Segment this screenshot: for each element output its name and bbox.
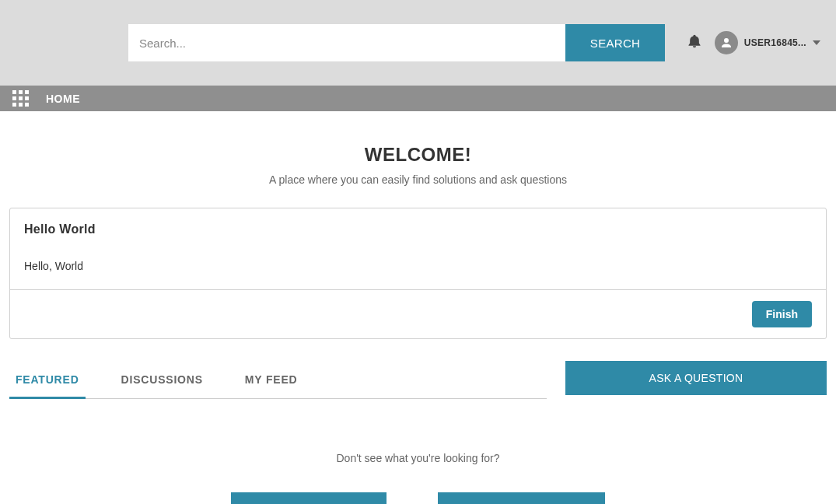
apps-grid-icon[interactable] — [12, 90, 29, 107]
nav-home[interactable]: HOME — [46, 93, 80, 105]
tabs: FEATURED DISCUSSIONS MY FEED — [9, 361, 547, 399]
username-label: USER16845... — [744, 37, 806, 48]
main-content: WELCOME! A place where you can easily fi… — [0, 111, 836, 504]
ask-question-button-side[interactable]: ASK A QUESTION — [565, 361, 827, 395]
page-title: WELCOME! — [9, 144, 827, 166]
avatar — [715, 31, 738, 54]
card-body: Hello World Hello, World — [10, 208, 826, 289]
bottom-buttons: ASK A QUESTION CONTACT SUPPORT — [9, 492, 827, 504]
card-title: Hello World — [24, 222, 812, 236]
header-right: USER16845... — [687, 31, 820, 54]
sidebar-actions: ASK A QUESTION — [565, 361, 827, 395]
ask-question-button[interactable]: ASK A QUESTION — [231, 492, 387, 504]
search-input[interactable] — [128, 24, 565, 61]
chevron-down-icon — [813, 40, 820, 45]
search-bar: SEARCH — [128, 24, 665, 61]
user-menu[interactable]: USER16845... — [715, 31, 820, 54]
tabs-row: FEATURED DISCUSSIONS MY FEED ASK A QUEST… — [9, 361, 827, 399]
welcome-block: WELCOME! A place where you can easily fi… — [9, 111, 827, 208]
contact-support-button[interactable]: CONTACT SUPPORT — [438, 492, 604, 504]
page-subtitle: A place where you can easily find soluti… — [9, 173, 827, 186]
bottom-cta: Don't see what you're looking for? ASK A… — [9, 399, 827, 504]
onboarding-card: Hello World Hello, World Finish — [9, 208, 827, 339]
search-button[interactable]: SEARCH — [565, 24, 665, 61]
card-text: Hello, World — [24, 260, 812, 272]
tab-my-feed[interactable]: MY FEED — [239, 361, 304, 399]
tabs-container: FEATURED DISCUSSIONS MY FEED — [9, 361, 547, 399]
bottom-prompt: Don't see what you're looking for? — [9, 452, 827, 464]
tab-featured[interactable]: FEATURED — [9, 361, 86, 399]
header: SEARCH USER16845... — [0, 0, 836, 86]
finish-button[interactable]: Finish — [752, 301, 812, 327]
nav-bar: HOME — [0, 86, 836, 111]
notifications-icon[interactable] — [687, 33, 702, 53]
card-footer: Finish — [10, 289, 826, 338]
tab-discussions[interactable]: DISCUSSIONS — [115, 361, 209, 399]
